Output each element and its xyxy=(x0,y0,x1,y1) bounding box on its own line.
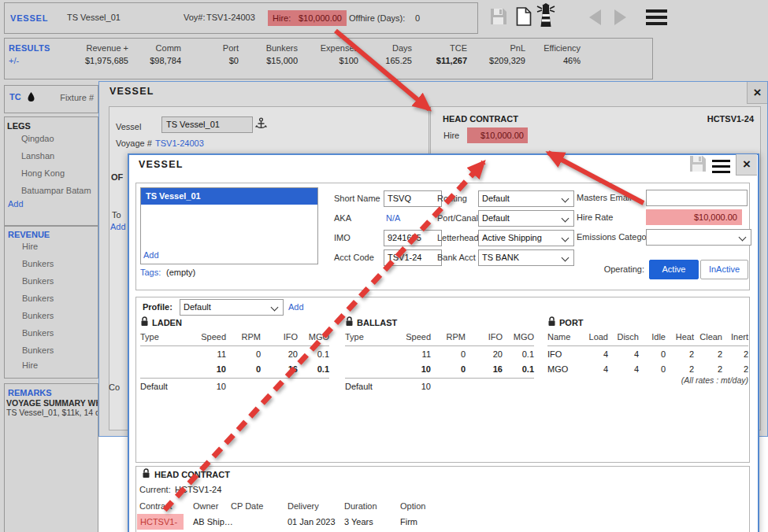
port-canal-select[interactable]: Default xyxy=(478,210,574,227)
aka-label: AKA xyxy=(334,213,351,223)
head-contract-hire-label: Hire xyxy=(443,131,459,140)
current-contract-label: Current: xyxy=(139,485,171,494)
results-value: 46% xyxy=(494,56,581,65)
revenue-item[interactable]: Bunkers xyxy=(22,294,54,303)
revenue-item[interactable]: Bunkers xyxy=(22,328,54,338)
vessel-editor-title: VESSEL xyxy=(139,159,184,170)
laden-header-row: TypeSpeedRPMIFOMGO xyxy=(140,330,329,345)
divider xyxy=(345,345,534,346)
results-toggle[interactable]: +/- xyxy=(9,56,19,65)
option-col-header: Option xyxy=(400,501,425,511)
ballast-table: TypeSpeedRPMIFOMGO 110200.1 100160.1 Def… xyxy=(345,330,534,394)
acct-code-label: Acct Code xyxy=(334,253,374,262)
imo-input[interactable]: 9241695 xyxy=(384,230,442,246)
leg-item[interactable]: Hong Kong xyxy=(21,168,65,178)
delivery-cell[interactable]: 01 Jan 2023 xyxy=(288,517,336,526)
short-name-input[interactable]: TSVQ xyxy=(384,190,442,207)
head-contract-hire-field[interactable]: $10,000.00 xyxy=(467,127,528,143)
revenue-item[interactable]: Bunkers xyxy=(22,311,54,320)
leg-item[interactable]: Lanshan xyxy=(21,151,54,161)
acct-code-input[interactable]: TSV1-24 xyxy=(384,249,442,266)
divider xyxy=(140,378,329,379)
vessel-list-add-link[interactable]: Add xyxy=(143,250,159,260)
tags-label[interactable]: Tags: xyxy=(140,268,161,277)
emissions-category-select[interactable] xyxy=(646,229,751,246)
table-row[interactable]: Default10 xyxy=(345,379,534,394)
revenue-item[interactable]: Hire xyxy=(22,360,38,370)
letterhead-select[interactable]: Active Shipping xyxy=(478,230,574,246)
revenue-item[interactable]: Bunkers xyxy=(22,276,54,286)
tc-label[interactable]: TC xyxy=(9,92,21,102)
contract-cell-highlighted[interactable]: HCTSV1-24 xyxy=(137,514,184,530)
revenue-item[interactable]: Bunkers xyxy=(22,345,54,355)
leg-item[interactable]: Qingdao xyxy=(21,134,54,143)
hire-rate-field[interactable]: $10,000.00 xyxy=(646,209,742,225)
masters-email-label: Masters Email xyxy=(577,193,632,202)
topbar-hire-field[interactable]: Hire: $10,000.00 xyxy=(268,10,347,26)
vessel-list-selected-item[interactable]: TS Vessel_01 xyxy=(141,188,317,205)
results-label: Efficiency xyxy=(494,43,581,56)
menu-icon[interactable] xyxy=(712,157,730,176)
profile-select[interactable]: Default xyxy=(180,299,284,316)
menu-icon[interactable] xyxy=(646,6,667,28)
close-icon[interactable]: × xyxy=(747,82,767,104)
current-contract-value: HCTSV1-24 xyxy=(175,485,221,494)
topbar-voyage-number[interactable]: TSV1-24003 xyxy=(206,13,255,22)
lighthouse-icon[interactable] xyxy=(534,2,558,30)
nav-previous-icon[interactable] xyxy=(589,9,601,25)
imo-label: IMO xyxy=(334,233,351,242)
fixture-label[interactable]: Fixture # xyxy=(50,93,94,102)
close-icon[interactable]: × xyxy=(736,154,757,175)
table-row[interactable]: 100160.1 xyxy=(345,362,534,377)
active-button[interactable]: Active xyxy=(649,260,699,279)
owner-cell[interactable]: AB Ship… xyxy=(193,517,233,526)
divider xyxy=(345,378,534,379)
aka-link[interactable]: N/A xyxy=(386,213,400,223)
table-row[interactable]: IFO440222 xyxy=(547,347,748,362)
voyage-number-link[interactable]: TSV1-24003 xyxy=(155,139,204,148)
option-cell[interactable]: Firm xyxy=(400,517,417,526)
letterhead-value: Active Shipping xyxy=(482,233,542,242)
duration-cell[interactable]: 3 Years xyxy=(344,517,373,526)
anchor-icon[interactable] xyxy=(255,117,267,132)
table-row[interactable]: 110200.1 xyxy=(140,347,329,362)
leg-item[interactable]: Batuampar Batam xyxy=(21,186,91,195)
legs-add-link[interactable]: Add xyxy=(8,199,24,209)
revenue-item[interactable]: Bunkers xyxy=(22,259,54,268)
topbar-vessel-name[interactable]: TS Vessel_01 xyxy=(67,13,121,22)
revenue-item[interactable]: Hire xyxy=(22,242,38,251)
vessel-field-input[interactable]: TS Vessel_01 xyxy=(161,116,253,133)
port-title: PORT xyxy=(559,318,584,327)
inactive-button[interactable]: InActive xyxy=(700,260,748,279)
new-document-icon[interactable] xyxy=(514,6,533,28)
masters-email-input[interactable] xyxy=(646,190,748,206)
table-row[interactable]: 110200.1 xyxy=(345,347,534,362)
port-rates-note: (All rates : mt/day) xyxy=(547,375,748,385)
lock-icon xyxy=(140,316,149,328)
routing-value: Default xyxy=(482,194,510,203)
table-row[interactable]: 100160.1 xyxy=(140,362,329,377)
vessel-list[interactable]: TS Vessel_01 xyxy=(140,187,318,264)
offhire-value[interactable]: 0 xyxy=(415,13,420,23)
divider xyxy=(140,345,329,346)
remarks-line1: VOYAGE SUMMARY WHE xyxy=(6,398,98,408)
port-canal-label: Port/Canal xyxy=(437,213,478,223)
legs-title: LEGS xyxy=(7,121,31,131)
nav-next-icon[interactable] xyxy=(614,9,626,25)
table-row[interactable]: Default10 xyxy=(140,379,329,394)
voyage-number-label: Voyage # xyxy=(116,139,152,148)
port-canal-value: Default xyxy=(482,213,510,223)
save-icon[interactable] xyxy=(489,7,508,28)
save-icon[interactable] xyxy=(688,154,707,175)
profile-add-link[interactable]: Add xyxy=(288,302,304,312)
routing-label: Routing xyxy=(437,194,467,203)
revenue-title: REVENUE xyxy=(8,230,50,239)
topbar-voyage-label: Voy#: xyxy=(184,13,206,22)
letterhead-label: Letterhead xyxy=(437,233,479,242)
clipped-add-link[interactable]: Add xyxy=(110,222,126,231)
chevron-down-icon xyxy=(562,254,570,262)
bank-acct-select[interactable]: TS BANK xyxy=(478,249,574,266)
short-name-label: Short Name xyxy=(334,194,380,203)
routing-select[interactable]: Default xyxy=(478,190,574,207)
cp-date-col-header: CP Date xyxy=(231,501,263,511)
